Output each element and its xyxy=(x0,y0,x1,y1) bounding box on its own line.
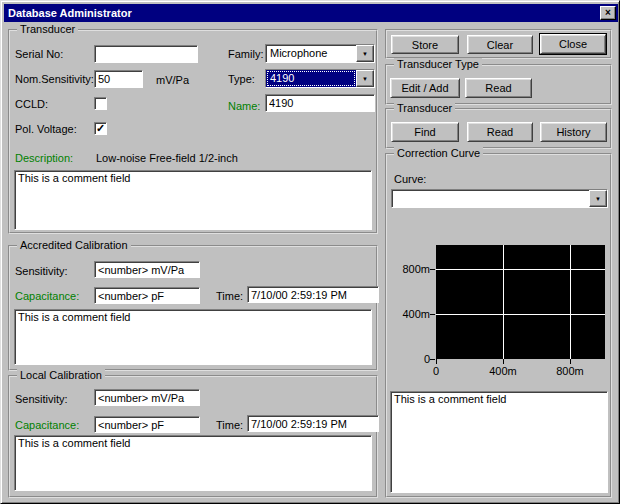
serial-no-input[interactable] xyxy=(94,45,198,63)
nom-sensitivity-unit: mV/Pa xyxy=(156,74,189,86)
accredited-calibration-group: Accredited Calibration Sensitivity: Capa… xyxy=(8,245,378,371)
transducer-type-read-button[interactable]: Read xyxy=(465,78,532,98)
local-calibration-group: Local Calibration Sensitivity: Capacitan… xyxy=(8,375,378,498)
accredited-calibration-group-label: Accredited Calibration xyxy=(17,239,131,251)
y-tickmark xyxy=(430,359,435,360)
database-administrator-window: Database Administrator × Transducer Seri… xyxy=(0,0,620,504)
transducer-group-label: Transducer xyxy=(17,23,78,35)
correction-curve-group: Correction Curve Curve: ▼ 0400m800m0400m… xyxy=(385,153,612,498)
title-bar[interactable]: Database Administrator × xyxy=(4,4,618,22)
accredited-time-input[interactable] xyxy=(247,286,379,303)
main-actions-group: Store Clear Close xyxy=(385,29,612,59)
local-capacitance-label: Capacitance: xyxy=(15,419,79,431)
local-comment-field[interactable]: This is a comment field xyxy=(14,435,372,491)
pol-voltage-label: Pol. Voltage: xyxy=(15,123,77,135)
x-gridline xyxy=(570,245,571,359)
store-button[interactable]: Store xyxy=(391,35,459,54)
nom-sensitivity-label: Nom.Sensitivity: xyxy=(15,73,94,85)
close-icon[interactable]: × xyxy=(600,6,616,20)
accredited-sensitivity-input[interactable] xyxy=(94,261,200,278)
transducer-actions-group-label: Transducer xyxy=(394,102,455,114)
edit-add-button[interactable]: Edit / Add xyxy=(390,78,460,98)
local-sensitivity-input[interactable] xyxy=(94,389,200,406)
transducer-type-group-label: Transducer Type xyxy=(394,58,482,70)
description-value: Low-noise Free-field 1/2-inch xyxy=(96,152,238,164)
x-tick-label: 0 xyxy=(416,365,456,377)
x-tickmark xyxy=(436,359,437,364)
correction-curve-comment-field[interactable]: This is a comment field xyxy=(390,391,608,493)
family-label: Family: xyxy=(228,48,263,60)
accredited-capacitance-label: Capacitance: xyxy=(15,290,79,302)
ccld-checkbox[interactable] xyxy=(94,97,107,110)
correction-curve-plot xyxy=(436,245,605,359)
y-gridline xyxy=(436,269,605,270)
transducer-comment-field[interactable]: This is a comment field xyxy=(14,170,372,230)
pol-voltage-checkbox[interactable]: ✓ xyxy=(94,122,107,135)
description-label: Description: xyxy=(15,152,73,164)
chevron-down-icon[interactable]: ▼ xyxy=(356,45,374,62)
y-tickmark xyxy=(430,314,435,315)
transducer-type-group: Transducer Type Edit / Add Read xyxy=(385,64,612,105)
name-label: Name: xyxy=(228,100,260,112)
transducer-read-button[interactable]: Read xyxy=(467,122,533,142)
name-input[interactable] xyxy=(265,94,375,112)
close-button[interactable]: Close xyxy=(540,34,606,54)
accredited-capacitance-input[interactable] xyxy=(94,287,200,304)
y-gridline xyxy=(436,314,605,315)
local-time-label: Time: xyxy=(216,419,243,431)
x-tickmark xyxy=(503,359,504,364)
accredited-time-label: Time: xyxy=(216,290,243,302)
y-tick-label: 400m xyxy=(388,308,430,320)
local-calibration-group-label: Local Calibration xyxy=(17,369,105,381)
family-select[interactable]: Microphone ▼ xyxy=(265,44,375,63)
x-tick-label: 400m xyxy=(483,365,523,377)
local-capacitance-input[interactable] xyxy=(94,416,200,433)
find-button[interactable]: Find xyxy=(391,122,459,142)
accredited-comment-field[interactable]: This is a comment field xyxy=(14,309,372,365)
transducer-actions-group: Transducer Find Read History xyxy=(385,108,612,149)
x-gridline xyxy=(503,245,504,359)
serial-no-label: Serial No: xyxy=(15,48,63,60)
x-tick-label: 800m xyxy=(550,365,590,377)
local-time-input[interactable] xyxy=(247,415,379,432)
accredited-sensitivity-label: Sensitivity: xyxy=(15,265,68,277)
local-sensitivity-label: Sensitivity: xyxy=(15,393,68,405)
y-tick-label: 800m xyxy=(388,263,430,275)
family-value: Microphone xyxy=(266,45,356,62)
type-select[interactable]: 4190 ▼ xyxy=(265,69,375,88)
window-title: Database Administrator xyxy=(8,7,132,19)
history-button[interactable]: History xyxy=(540,122,607,142)
ccld-label: CCLD: xyxy=(15,98,48,110)
transducer-group: Transducer Serial No: Family: Microphone… xyxy=(8,29,378,234)
type-value: 4190 xyxy=(266,70,356,87)
y-tick-label: 0 xyxy=(388,353,430,365)
x-tickmark xyxy=(570,359,571,364)
clear-button[interactable]: Clear xyxy=(467,35,533,54)
y-tickmark xyxy=(430,269,435,270)
chevron-down-icon[interactable]: ▼ xyxy=(356,70,374,87)
nom-sensitivity-input[interactable] xyxy=(94,70,143,88)
type-label: Type: xyxy=(228,73,255,85)
